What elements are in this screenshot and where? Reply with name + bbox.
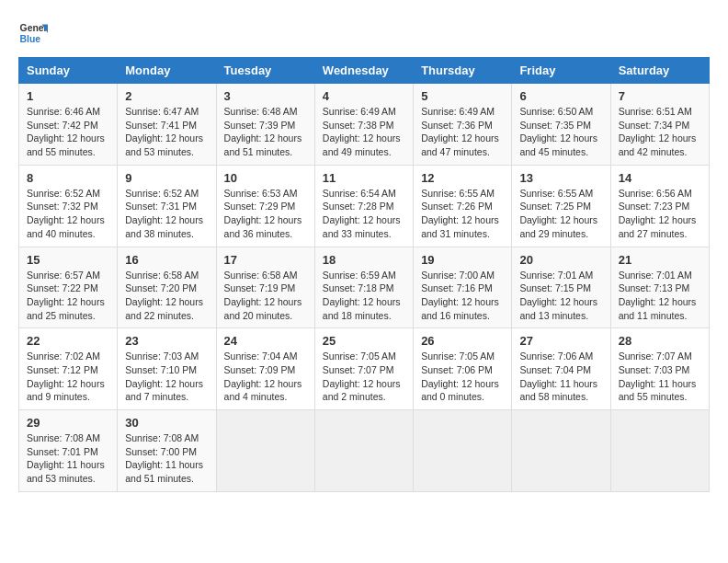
day-number: 27 [519,334,602,348]
calendar-week-row: 29Sunrise: 7:08 AM Sunset: 7:01 PM Dayli… [19,410,710,492]
calendar-week-row: 22Sunrise: 7:02 AM Sunset: 7:12 PM Dayli… [19,328,710,410]
day-info: Sunrise: 7:00 AM Sunset: 7:16 PM Dayligh… [421,269,504,323]
day-number: 8 [27,171,109,185]
weekday-header: Tuesday [216,58,314,84]
day-info: Sunrise: 7:08 AM Sunset: 7:01 PM Dayligh… [27,431,109,486]
day-number: 17 [224,253,307,267]
calendar-cell: 22Sunrise: 7:02 AM Sunset: 7:12 PM Dayli… [19,328,118,410]
day-info: Sunrise: 7:05 AM Sunset: 7:06 PM Dayligh… [421,350,504,404]
day-info: Sunrise: 6:49 AM Sunset: 7:36 PM Dayligh… [421,105,504,159]
day-info: Sunrise: 6:46 AM Sunset: 7:42 PM Dayligh… [27,105,109,159]
calendar-cell: 12Sunrise: 6:55 AM Sunset: 7:26 PM Dayli… [414,165,512,247]
calendar-cell: 7Sunrise: 6:51 AM Sunset: 7:34 PM Daylig… [610,84,709,166]
calendar-cell: 14Sunrise: 6:56 AM Sunset: 7:23 PM Dayli… [610,165,709,247]
weekday-header: Saturday [610,58,709,84]
calendar-cell: 5Sunrise: 6:49 AM Sunset: 7:36 PM Daylig… [414,84,512,166]
day-number: 6 [519,89,602,103]
day-number: 29 [27,416,109,430]
calendar-cell: 8Sunrise: 6:52 AM Sunset: 7:32 PM Daylig… [19,165,118,247]
calendar-week-row: 1Sunrise: 6:46 AM Sunset: 7:42 PM Daylig… [19,84,710,166]
day-info: Sunrise: 6:53 AM Sunset: 7:29 PM Dayligh… [224,187,307,241]
day-info: Sunrise: 6:51 AM Sunset: 7:34 PM Dayligh… [619,105,701,159]
calendar-cell: 9Sunrise: 6:52 AM Sunset: 7:31 PM Daylig… [118,165,216,247]
calendar-cell: 11Sunrise: 6:54 AM Sunset: 7:28 PM Dayli… [314,165,413,247]
day-number: 25 [323,334,405,348]
day-number: 15 [27,253,109,267]
day-info: Sunrise: 6:56 AM Sunset: 7:23 PM Dayligh… [619,187,701,241]
day-info: Sunrise: 7:05 AM Sunset: 7:07 PM Dayligh… [323,350,405,404]
calendar-cell: 6Sunrise: 6:50 AM Sunset: 7:35 PM Daylig… [512,84,610,166]
calendar-table: SundayMondayTuesdayWednesdayThursdayFrid… [18,57,710,492]
calendar-cell: 23Sunrise: 7:03 AM Sunset: 7:10 PM Dayli… [118,328,216,410]
day-info: Sunrise: 6:58 AM Sunset: 7:20 PM Dayligh… [125,269,208,323]
calendar-header: SundayMondayTuesdayWednesdayThursdayFrid… [19,58,710,84]
calendar-cell: 3Sunrise: 6:48 AM Sunset: 7:39 PM Daylig… [216,84,314,166]
day-number: 4 [323,89,405,103]
calendar-week-row: 8Sunrise: 6:52 AM Sunset: 7:32 PM Daylig… [19,165,710,247]
calendar-cell: 27Sunrise: 7:06 AM Sunset: 7:04 PM Dayli… [512,328,610,410]
day-info: Sunrise: 7:07 AM Sunset: 7:03 PM Dayligh… [619,350,701,404]
day-info: Sunrise: 6:47 AM Sunset: 7:41 PM Dayligh… [125,105,208,159]
day-info: Sunrise: 7:01 AM Sunset: 7:13 PM Dayligh… [619,269,701,323]
day-info: Sunrise: 7:02 AM Sunset: 7:12 PM Dayligh… [27,350,109,404]
calendar-cell: 10Sunrise: 6:53 AM Sunset: 7:29 PM Dayli… [216,165,314,247]
day-number: 21 [619,253,701,267]
day-info: Sunrise: 6:55 AM Sunset: 7:25 PM Dayligh… [519,187,602,241]
day-info: Sunrise: 6:52 AM Sunset: 7:32 PM Dayligh… [27,187,109,241]
day-number: 11 [323,171,405,185]
day-number: 1 [27,89,109,103]
day-info: Sunrise: 7:06 AM Sunset: 7:04 PM Dayligh… [519,350,602,404]
calendar-cell: 15Sunrise: 6:57 AM Sunset: 7:22 PM Dayli… [19,247,118,328]
logo-icon: General Blue [18,18,48,48]
day-info: Sunrise: 6:59 AM Sunset: 7:18 PM Dayligh… [323,269,405,323]
day-number: 18 [323,253,405,267]
calendar-cell: 13Sunrise: 6:55 AM Sunset: 7:25 PM Dayli… [512,165,610,247]
day-info: Sunrise: 6:48 AM Sunset: 7:39 PM Dayligh… [224,105,307,159]
day-number: 2 [125,89,208,103]
day-number: 3 [224,89,307,103]
calendar-week-row: 15Sunrise: 6:57 AM Sunset: 7:22 PM Dayli… [19,247,710,328]
day-number: 28 [619,334,701,348]
calendar-cell: 19Sunrise: 7:00 AM Sunset: 7:16 PM Dayli… [414,247,512,328]
day-info: Sunrise: 6:52 AM Sunset: 7:31 PM Dayligh… [125,187,208,241]
calendar-cell: 2Sunrise: 6:47 AM Sunset: 7:41 PM Daylig… [118,84,216,166]
page-header: General Blue [18,18,710,48]
weekday-header: Monday [118,58,216,84]
day-number: 30 [125,416,208,430]
day-number: 26 [421,334,504,348]
svg-text:Blue: Blue [20,34,41,44]
calendar-cell: 21Sunrise: 7:01 AM Sunset: 7:13 PM Dayli… [610,247,709,328]
day-info: Sunrise: 6:58 AM Sunset: 7:19 PM Dayligh… [224,269,307,323]
calendar-cell: 17Sunrise: 6:58 AM Sunset: 7:19 PM Dayli… [216,247,314,328]
day-info: Sunrise: 6:55 AM Sunset: 7:26 PM Dayligh… [421,187,504,241]
weekday-header: Wednesday [314,58,413,84]
day-number: 12 [421,171,504,185]
logo: General Blue [18,18,48,48]
calendar-cell [512,410,610,492]
day-number: 10 [224,171,307,185]
calendar-cell: 28Sunrise: 7:07 AM Sunset: 7:03 PM Dayli… [610,328,709,410]
calendar-cell: 25Sunrise: 7:05 AM Sunset: 7:07 PM Dayli… [314,328,413,410]
day-info: Sunrise: 7:04 AM Sunset: 7:09 PM Dayligh… [224,350,307,404]
day-number: 20 [519,253,602,267]
calendar-cell: 4Sunrise: 6:49 AM Sunset: 7:38 PM Daylig… [314,84,413,166]
day-info: Sunrise: 6:50 AM Sunset: 7:35 PM Dayligh… [519,105,602,159]
day-info: Sunrise: 7:01 AM Sunset: 7:15 PM Dayligh… [519,269,602,323]
day-number: 5 [421,89,504,103]
day-info: Sunrise: 7:03 AM Sunset: 7:10 PM Dayligh… [125,350,208,404]
day-number: 22 [27,334,109,348]
day-number: 13 [519,171,602,185]
calendar-cell: 1Sunrise: 6:46 AM Sunset: 7:42 PM Daylig… [19,84,118,166]
calendar-cell [610,410,709,492]
day-number: 24 [224,334,307,348]
calendar-cell: 30Sunrise: 7:08 AM Sunset: 7:00 PM Dayli… [118,410,216,492]
calendar-cell: 29Sunrise: 7:08 AM Sunset: 7:01 PM Dayli… [19,410,118,492]
weekday-header: Thursday [414,58,512,84]
day-number: 16 [125,253,208,267]
calendar-cell: 18Sunrise: 6:59 AM Sunset: 7:18 PM Dayli… [314,247,413,328]
calendar-cell [414,410,512,492]
weekday-header: Friday [512,58,610,84]
weekday-header: Sunday [19,58,118,84]
calendar-cell [314,410,413,492]
day-number: 9 [125,171,208,185]
